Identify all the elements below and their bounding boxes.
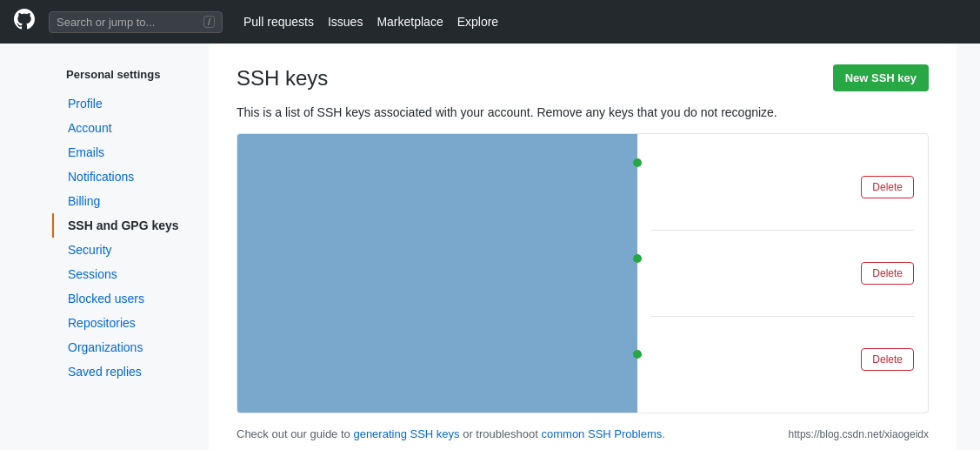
sidebar-item-organizations[interactable]: Organizations xyxy=(52,335,209,359)
search-placeholder-text: Search or jump to... xyxy=(57,16,155,29)
sidebar-item-emails[interactable]: Emails xyxy=(52,140,209,165)
ssh-keys-box: Delete Delete Delete xyxy=(237,133,929,413)
sidebar-item-profile[interactable]: Profile xyxy=(52,91,209,116)
sidebar-item-account[interactable]: Account xyxy=(52,116,209,140)
ssh-key-status-dot-3 xyxy=(633,350,642,359)
ssh-keys-actions: Delete Delete Delete xyxy=(637,134,928,413)
common-ssh-problems-link[interactable]: common SSH Problems xyxy=(542,427,663,440)
sidebar-item-security[interactable]: Security xyxy=(52,238,209,262)
sidebar-title: Personal settings xyxy=(52,61,209,88)
sidebar-item-ssh-gpg-keys[interactable]: SSH and GPG keys xyxy=(52,213,209,238)
nav-marketplace[interactable]: Marketplace xyxy=(377,15,443,29)
sidebar-item-saved-replies[interactable]: Saved replies xyxy=(52,359,209,384)
footer-note: Check out our guide to generating SSH ke… xyxy=(237,427,929,440)
sidebar-item-repositories[interactable]: Repositories xyxy=(52,311,209,335)
page-description: This is a list of SSH keys associated wi… xyxy=(237,105,929,119)
ssh-keys-content: Delete Delete Delete xyxy=(237,134,928,413)
nav-links: Pull requests Issues Marketplace Explore xyxy=(243,15,498,29)
footer-text: Check out our guide to generating SSH ke… xyxy=(237,427,665,440)
delete-button-2[interactable]: Delete xyxy=(861,262,914,285)
search-shortcut-icon: / xyxy=(203,16,215,28)
new-ssh-key-button[interactable]: New SSH key xyxy=(833,64,929,91)
ssh-keys-visual xyxy=(237,134,637,413)
sidebar-item-billing[interactable]: Billing xyxy=(52,189,209,213)
ssh-key-status-dot-1 xyxy=(633,158,642,167)
sidebar: Personal settings Profile Account Emails… xyxy=(52,44,209,450)
generating-ssh-keys-link[interactable]: generating SSH keys xyxy=(353,427,459,440)
ssh-key-status-dot-2 xyxy=(633,254,642,263)
page-header: SSH keys New SSH key xyxy=(237,64,929,91)
top-navigation: Search or jump to... / Pull requests Iss… xyxy=(0,0,980,44)
sidebar-item-sessions[interactable]: Sessions xyxy=(52,262,209,286)
ssh-key-row-2: Delete xyxy=(651,231,914,317)
delete-button-3[interactable]: Delete xyxy=(861,348,914,371)
nav-pull-requests[interactable]: Pull requests xyxy=(243,15,314,29)
github-logo[interactable] xyxy=(14,9,35,35)
nav-explore[interactable]: Explore xyxy=(457,15,498,29)
ssh-key-row-3: Delete xyxy=(651,317,914,402)
ssh-key-row-1: Delete xyxy=(651,144,914,231)
page-layout: Personal settings Profile Account Emails… xyxy=(0,44,980,450)
sidebar-item-blocked-users[interactable]: Blocked users xyxy=(52,286,209,311)
footer-url: https://blog.csdn.net/xiaogeidx xyxy=(789,428,929,440)
search-box[interactable]: Search or jump to... / xyxy=(49,11,223,33)
delete-button-1[interactable]: Delete xyxy=(861,176,914,198)
main-content: SSH keys New SSH key This is a list of S… xyxy=(209,44,957,450)
sidebar-item-notifications[interactable]: Notifications xyxy=(52,165,209,189)
page-title: SSH keys xyxy=(237,66,328,91)
nav-issues[interactable]: Issues xyxy=(328,15,363,29)
